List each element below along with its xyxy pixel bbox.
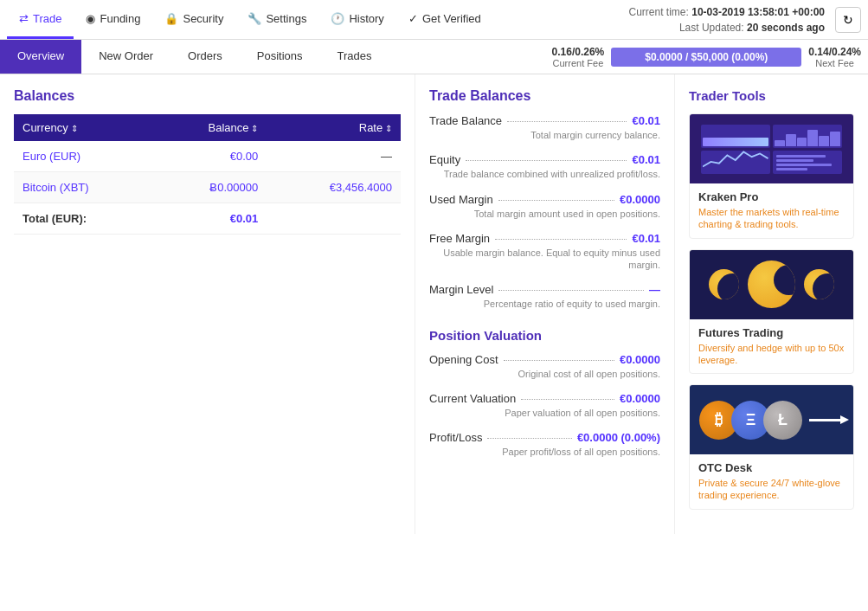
free-margin-row: Free Margin €0.01 Usable margin balance.…	[429, 232, 660, 272]
position-valuation-section: Opening Cost €0.0000 Original cost of al…	[429, 353, 660, 459]
current-valuation-desc: Paper valuation of all open positions.	[429, 407, 660, 419]
funding-icon: ◉	[86, 12, 95, 25]
card-futures-image	[690, 250, 853, 319]
equity-label: Equity	[429, 153, 460, 166]
profit-loss-label: Profit/Loss	[429, 431, 482, 444]
equity-desc: Trade balance combined with unrealized p…	[429, 168, 660, 180]
trade-balances-section: Trade Balance €0.01 Total margin currenc…	[429, 114, 660, 311]
settings-icon: 🔧	[248, 12, 261, 25]
balance-total: €0.01	[230, 212, 259, 225]
time-display: Current time: 10-03-2019 13:58:01 +00:00…	[629, 4, 862, 35]
futures-name: Futures Trading	[698, 326, 845, 339]
otc-desc: Private & secure 24/7 white-glove tradin…	[698, 477, 845, 502]
rate-xbt: €3,456.4000	[330, 181, 392, 194]
subnav-orders[interactable]: Orders	[170, 40, 240, 74]
nav-getverified[interactable]: ✓ Get Verified	[396, 0, 493, 39]
profit-loss-desc: Paper profit/loss of all open positions.	[429, 446, 660, 458]
free-margin-label: Free Margin	[429, 232, 490, 245]
subnav-neworder[interactable]: New Order	[81, 40, 170, 74]
verify-icon: ✓	[408, 12, 418, 25]
position-valuation-title: Position Valuation	[429, 328, 660, 343]
used-margin-desc: Total margin amount used in open positio…	[429, 208, 660, 220]
moon-small	[709, 269, 739, 299]
trader-tools-panel: Trader Tools	[675, 74, 868, 534]
card-otc[interactable]: ₿ Ξ Ł OTC Desk Private & secure 24/7 whi…	[689, 384, 854, 510]
nav-history[interactable]: 🕐 History	[318, 0, 395, 39]
fee-progress-bar: $0.0000 / $50,000 (0.00%)	[611, 48, 801, 67]
trade-icon: ⇄	[19, 12, 29, 25]
main-content: Balances Currency Balance Rate Euro (EUR…	[0, 74, 868, 534]
opening-cost-value: €0.0000	[620, 353, 660, 366]
card-kraken-pro-image	[690, 114, 853, 183]
total-label: Total (EUR):	[23, 212, 87, 225]
subnav-overview[interactable]: Overview	[0, 40, 81, 74]
equity-value: €0.01	[632, 153, 660, 166]
current-valuation-label: Current Valuation	[429, 392, 516, 405]
balances-title: Balances	[14, 88, 401, 104]
otc-name: OTC Desk	[698, 461, 845, 474]
trade-balance-label: Trade Balance	[429, 114, 502, 127]
kraken-pro-desc: Master the markets with real-time charti…	[698, 206, 845, 231]
balances-table: Currency Balance Rate Euro (EUR) €0.00 —…	[14, 114, 401, 235]
sub-navigation: Overview New Order Orders Positions Trad…	[0, 40, 868, 74]
balance-eur: €0.00	[230, 150, 259, 163]
col-currency[interactable]: Currency	[14, 114, 154, 141]
equity-row: Equity €0.01 Trade balance combined with…	[429, 153, 660, 180]
current-valuation-value: €0.0000	[620, 392, 660, 405]
profit-loss-value: €0.0000 (0.00%)	[577, 431, 660, 444]
trade-balance-value: €0.01	[632, 114, 660, 127]
currency-xbt-link[interactable]: Bitcoin (XBT)	[23, 181, 89, 194]
margin-level-desc: Percentage ratio of equity to used margi…	[429, 298, 660, 310]
margin-level-value: —	[649, 283, 660, 296]
rate-eur: —	[381, 150, 392, 163]
trade-balance-row: Trade Balance €0.01 Total margin currenc…	[429, 114, 660, 141]
used-margin-label: Used Margin	[429, 193, 493, 206]
trader-tools-title: Trader Tools	[689, 88, 854, 103]
security-icon: 🔒	[164, 12, 178, 25]
top-navigation: ⇄ Trade ◉ Funding 🔒 Security 🔧 Settings …	[0, 0, 868, 40]
trade-panel: Trade Balances Trade Balance €0.01 Total…	[415, 74, 675, 534]
card-futures[interactable]: Futures Trading Diversify and hedge with…	[689, 249, 854, 375]
futures-desc: Diversify and hedge with up to 50x lever…	[698, 342, 845, 367]
fee-bar: 0.16/0.26% Current Fee $0.0000 / $50,000…	[552, 46, 868, 68]
currency-eur-link[interactable]: Euro (EUR)	[23, 150, 80, 163]
table-row-total: Total (EUR): €0.01	[14, 203, 401, 235]
opening-cost-desc: Original cost of all open positions.	[429, 368, 660, 380]
margin-level-row: Margin Level — Percentage ratio of equit…	[429, 283, 660, 310]
col-balance[interactable]: Balance	[154, 114, 267, 141]
used-margin-row: Used Margin €0.0000 Total margin amount …	[429, 193, 660, 220]
trade-balance-desc: Total margin currency balance.	[429, 129, 660, 141]
margin-level-label: Margin Level	[429, 283, 493, 296]
nav-funding[interactable]: ◉ Funding	[74, 0, 152, 39]
table-row: Bitcoin (XBT) Ƀ0.00000 €3,456.4000	[14, 172, 401, 203]
opening-cost-row: Opening Cost €0.0000 Original cost of al…	[429, 353, 660, 380]
free-margin-value: €0.01	[632, 232, 660, 245]
nav-settings[interactable]: 🔧 Settings	[235, 0, 318, 39]
subnav-positions[interactable]: Positions	[240, 40, 320, 74]
used-margin-value: €0.0000	[620, 193, 660, 206]
card-kraken-pro[interactable]: Kraken Pro Master the markets with real-…	[689, 113, 854, 239]
trade-balances-title: Trade Balances	[429, 88, 660, 104]
history-icon: 🕐	[331, 12, 344, 25]
free-margin-desc: Usable margin balance. Equal to equity m…	[429, 247, 660, 272]
coin-ltc: Ł	[763, 401, 802, 440]
profit-loss-row: Profit/Loss €0.0000 (0.00%) Paper profit…	[429, 431, 660, 458]
kraken-pro-name: Kraken Pro	[698, 190, 845, 203]
subnav-trades[interactable]: Trades	[320, 40, 389, 74]
moon-large	[748, 260, 795, 308]
current-valuation-row: Current Valuation €0.0000 Paper valuatio…	[429, 392, 660, 419]
table-row: Euro (EUR) €0.00 —	[14, 141, 401, 172]
coin-arrow	[809, 419, 844, 421]
moon-small2	[804, 269, 834, 299]
col-rate[interactable]: Rate	[267, 114, 401, 141]
nav-security[interactable]: 🔒 Security	[152, 0, 235, 39]
balances-panel: Balances Currency Balance Rate Euro (EUR…	[0, 74, 415, 534]
opening-cost-label: Opening Cost	[429, 353, 498, 366]
balance-xbt: Ƀ0.00000	[209, 181, 258, 194]
refresh-button[interactable]: ↻	[835, 7, 861, 33]
card-otc-image: ₿ Ξ Ł	[690, 385, 853, 454]
nav-trade[interactable]: ⇄ Trade	[7, 0, 74, 39]
